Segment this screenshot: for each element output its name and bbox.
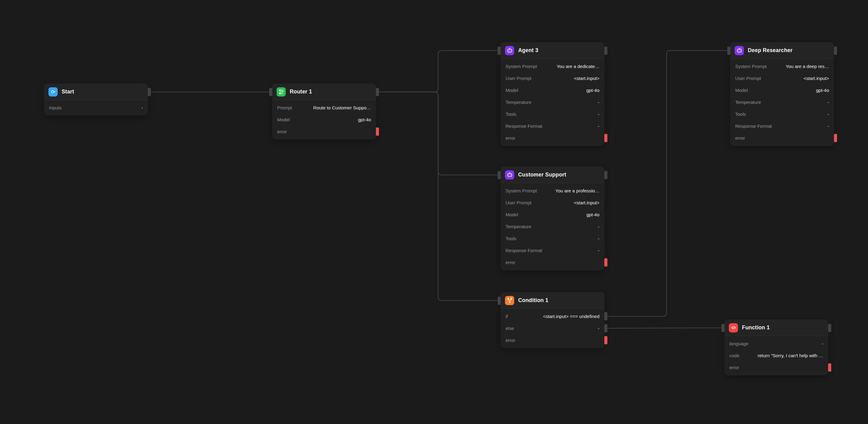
node-row[interactable]: error — [501, 334, 604, 346]
row-label: Temperature — [735, 100, 761, 105]
node-function-1[interactable]: Function 1language-codereturn "Sorry, I … — [724, 320, 828, 375]
node-row[interactable]: PromptRoute to Customer Suppo… — [272, 102, 376, 113]
node-body: language-codereturn "Sorry, I can't help… — [724, 336, 828, 375]
node-row[interactable]: Temperature- — [501, 221, 604, 232]
node-title: Customer Support — [518, 171, 566, 178]
node-row[interactable]: Modelgpt-4o — [501, 208, 604, 221]
input-handle[interactable] — [498, 171, 501, 179]
row-value: - — [519, 236, 599, 241]
output-handle[interactable] — [604, 171, 608, 179]
output-handle[interactable] — [828, 324, 831, 332]
node-row[interactable]: codereturn "Sorry, I can't help with … — [724, 350, 828, 361]
row-output-handle[interactable] — [604, 324, 608, 332]
node-row[interactable]: error — [724, 361, 828, 373]
input-handle[interactable] — [498, 297, 501, 305]
node-row[interactable]: error — [730, 132, 834, 144]
node-agent-3[interactable]: Agent 3System PromptYou are a dedicate…U… — [501, 42, 604, 146]
node-header[interactable]: Deep Researcher — [730, 42, 834, 59]
node-row[interactable]: Temperature- — [730, 96, 834, 108]
error-handle[interactable] — [604, 336, 608, 344]
edge-router-1-to-condition-1[interactable] — [379, 92, 498, 300]
node-router-1[interactable]: Router 1PromptRoute to Customer Suppo…Mo… — [272, 84, 376, 139]
node-header[interactable]: Function 1 — [724, 320, 828, 336]
node-header[interactable]: Start — [44, 84, 148, 100]
error-handle[interactable] — [376, 127, 379, 136]
node-row[interactable]: Response Format- — [501, 120, 604, 132]
node-row[interactable]: User Prompt<start.input> — [501, 197, 604, 208]
node-row[interactable]: Modelgpt-4o — [272, 113, 376, 126]
row-value: <start.input> — [534, 76, 599, 81]
row-label: System Prompt — [505, 64, 537, 69]
bot-icon — [505, 46, 514, 55]
node-body: System PromptYou are a deep res…User Pro… — [730, 59, 834, 146]
row-value: - — [517, 326, 599, 331]
row-label: User Prompt — [735, 76, 761, 81]
row-value: - — [545, 124, 599, 129]
row-value: <start.input> === undefined — [511, 314, 600, 319]
error-handle[interactable] — [604, 258, 608, 266]
node-row[interactable]: System PromptYou are a professio… — [501, 185, 604, 197]
node-row[interactable]: User Prompt<start.input> — [730, 72, 834, 84]
input-handle[interactable] — [269, 88, 272, 96]
input-handle[interactable] — [498, 46, 501, 55]
node-row[interactable]: else- — [501, 322, 604, 334]
node-row[interactable]: language- — [724, 337, 828, 350]
node-row[interactable]: System PromptYou are a dedicate… — [501, 60, 604, 72]
edge-condition-1-to-function-1[interactable] — [608, 328, 721, 328]
node-row[interactable]: error — [501, 256, 604, 268]
row-label: User Prompt — [505, 200, 531, 205]
row-output-handle[interactable] — [604, 312, 608, 321]
node-header[interactable]: Customer Support — [501, 167, 604, 183]
row-value: - — [534, 224, 599, 229]
error-handle[interactable] — [828, 363, 831, 371]
node-row[interactable]: Tools- — [730, 108, 834, 120]
row-value: Route to Customer Suppo… — [295, 105, 371, 110]
node-row[interactable]: Tools- — [501, 108, 604, 120]
error-handle[interactable] — [834, 134, 837, 142]
output-handle[interactable] — [376, 88, 379, 96]
node-start[interactable]: StartInputs- — [44, 84, 148, 116]
node-header[interactable]: Condition 1 — [501, 292, 604, 309]
node-condition-1[interactable]: Condition 1if<start.input> === undefined… — [501, 292, 604, 348]
node-header[interactable]: Agent 3 — [501, 42, 604, 59]
input-handle[interactable] — [727, 46, 730, 55]
row-value: <start.input> — [534, 200, 599, 205]
bot-icon — [735, 46, 744, 55]
node-customer-support[interactable]: Customer SupportSystem PromptYou are a p… — [501, 167, 604, 270]
workflow-canvas[interactable]: StartInputs-Router 1PromptRoute to Custo… — [0, 0, 868, 424]
node-deep-researcher[interactable]: Deep ResearcherSystem PromptYou are a de… — [730, 42, 834, 146]
node-row[interactable]: Modelgpt-4o — [730, 84, 834, 96]
node-row[interactable]: error — [272, 126, 376, 137]
row-label: if — [505, 314, 508, 319]
node-row[interactable]: User Prompt<start.input> — [501, 72, 604, 84]
output-handle[interactable] — [834, 46, 837, 55]
code-icon — [729, 323, 738, 332]
row-value: - — [751, 341, 823, 346]
row-value: You are a professio… — [540, 188, 599, 193]
output-handle[interactable] — [148, 88, 151, 96]
row-value: - — [534, 100, 599, 105]
node-row[interactable]: Response Format- — [501, 244, 604, 256]
output-handle[interactable] — [604, 46, 608, 55]
row-label: User Prompt — [505, 76, 531, 81]
node-row[interactable]: if<start.input> === undefined — [501, 311, 604, 322]
node-title: Router 1 — [290, 89, 312, 95]
input-handle[interactable] — [721, 324, 724, 332]
node-row[interactable]: error — [501, 132, 604, 144]
error-handle[interactable] — [604, 134, 608, 142]
node-row[interactable]: Inputs- — [44, 102, 148, 113]
node-row[interactable]: Temperature- — [501, 96, 604, 108]
row-label: else — [505, 326, 514, 331]
node-row[interactable]: Tools- — [501, 232, 604, 244]
edge-router-1-to-agent-3[interactable] — [379, 51, 498, 92]
node-title: Function 1 — [742, 324, 770, 331]
route-icon — [277, 87, 286, 97]
node-row[interactable]: Modelgpt-4o — [501, 84, 604, 96]
row-label: Response Format — [735, 124, 772, 129]
edge-condition-1-to-deep-researcher[interactable] — [608, 51, 727, 317]
row-label: Temperature — [505, 100, 531, 105]
row-label: Tools — [505, 111, 516, 117]
node-header[interactable]: Router 1 — [272, 84, 376, 100]
node-row[interactable]: Response Format- — [730, 120, 834, 132]
node-row[interactable]: System PromptYou are a deep res… — [730, 60, 834, 72]
